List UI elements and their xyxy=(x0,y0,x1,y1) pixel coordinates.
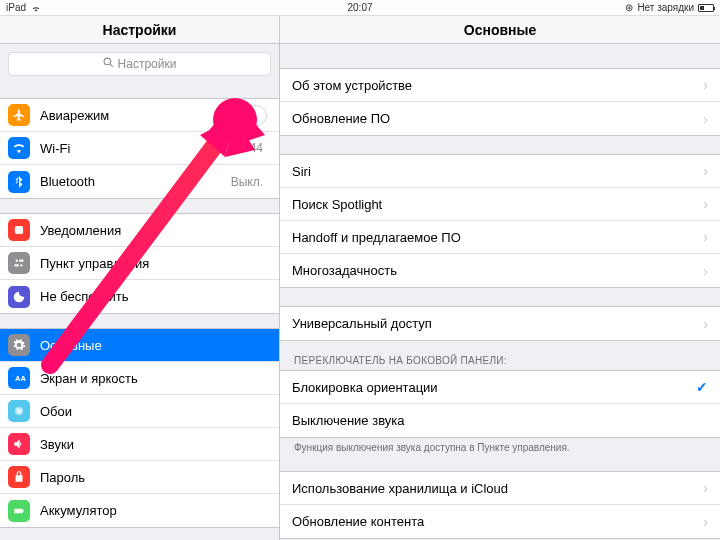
svg-text:AA: AA xyxy=(15,374,26,383)
sidebar-item-label: Звуки xyxy=(40,437,267,452)
svg-rect-6 xyxy=(14,264,19,266)
sidebar-item-label: Bluetooth xyxy=(40,174,231,189)
sidebar-group-alerts: Уведомления Пункт управления Не беспокои… xyxy=(0,213,279,314)
detail-item-storage[interactable]: Использование хранилища и iCloud› xyxy=(280,472,720,505)
chevron-right-icon: › xyxy=(703,229,708,245)
detail-item-multitasking[interactable]: Многозадачность› xyxy=(280,254,720,287)
sidebar-group-connectivity: Авиарежим Wi-Fi b444 Bluetooth Выкл. xyxy=(0,98,279,199)
detail-item-siri[interactable]: Siri› xyxy=(280,155,720,188)
wifi-icon xyxy=(31,4,41,12)
svg-point-9 xyxy=(17,409,21,413)
detail-group-storage: Использование хранилища и iCloud› Обновл… xyxy=(280,471,720,539)
title-bar: Настройки Основные xyxy=(0,16,720,44)
svg-rect-2 xyxy=(15,226,23,234)
airplane-icon xyxy=(8,104,30,126)
chevron-right-icon: › xyxy=(703,163,708,179)
sidebar-title: Настройки xyxy=(0,16,280,43)
status-bar: iPad 20:07 ⊛ Нет зарядки xyxy=(0,0,720,16)
sidebar-item-label: Не беспокоить xyxy=(40,289,267,304)
bluetooth-icon xyxy=(8,171,30,193)
sidebar-item-label: Wi-Fi xyxy=(40,141,236,156)
battery-settings-icon xyxy=(8,500,30,522)
checkmark-icon: ✓ xyxy=(696,379,708,395)
clock: 20:07 xyxy=(347,2,372,13)
charge-label: Нет зарядки xyxy=(637,2,694,13)
svg-rect-11 xyxy=(23,509,24,511)
detail-group-features: Siri› Поиск Spotlight› Handoff и предлаг… xyxy=(280,154,720,288)
detail-group-accessibility: Универсальный доступ› xyxy=(280,306,720,341)
battery-icon xyxy=(698,4,714,12)
search-placeholder: Настройки xyxy=(118,57,177,71)
notifications-icon xyxy=(8,219,30,241)
airplane-toggle[interactable] xyxy=(231,105,267,126)
sidebar-group-main: Основные AA Экран и яркость Обои Звуки П… xyxy=(0,328,279,528)
detail-group-side-switch: Блокировка ориентации✓ Выключение звука xyxy=(280,370,720,438)
lock-icon xyxy=(8,466,30,488)
bluetooth-value: Выкл. xyxy=(231,175,263,189)
sidebar-item-label: Авиарежим xyxy=(40,108,231,123)
svg-rect-4 xyxy=(19,260,24,262)
sidebar-item-notifications[interactable]: Уведомления xyxy=(0,214,279,247)
chevron-right-icon: › xyxy=(703,263,708,279)
detail-item-spotlight[interactable]: Поиск Spotlight› xyxy=(280,188,720,221)
chevron-right-icon: › xyxy=(703,77,708,93)
detail-item-software-update[interactable]: Обновление ПО› xyxy=(280,102,720,135)
wallpaper-icon xyxy=(8,400,30,422)
display-icon: AA xyxy=(8,367,30,389)
search-icon xyxy=(103,57,114,71)
section-footer-side-switch: Функция выключения звука доступна в Пунк… xyxy=(280,438,720,453)
wifi-value: b444 xyxy=(236,141,263,155)
detail-pane[interactable]: Об этом устройстве› Обновление ПО› Siri›… xyxy=(280,44,720,540)
moon-icon xyxy=(8,286,30,308)
search-input[interactable]: Настройки xyxy=(8,52,271,76)
charge-indicator-icon: ⊛ xyxy=(625,2,633,13)
chevron-right-icon: › xyxy=(703,196,708,212)
detail-title: Основные xyxy=(280,16,720,43)
sidebar-item-control-center[interactable]: Пункт управления xyxy=(0,247,279,280)
sidebar-item-label: Экран и яркость xyxy=(40,371,267,386)
control-center-icon xyxy=(8,252,30,274)
sidebar[interactable]: Настройки Авиарежим Wi-Fi b444 Bluetooth… xyxy=(0,44,280,540)
sidebar-item-battery[interactable]: Аккумулятор xyxy=(0,494,279,527)
detail-item-accessibility[interactable]: Универсальный доступ› xyxy=(280,307,720,340)
sidebar-item-dnd[interactable]: Не беспокоить xyxy=(0,280,279,313)
gear-icon xyxy=(8,334,30,356)
sidebar-item-display[interactable]: AA Экран и яркость xyxy=(0,362,279,395)
detail-item-background-refresh[interactable]: Обновление контента› xyxy=(280,505,720,538)
chevron-right-icon: › xyxy=(703,316,708,332)
section-header-side-switch: ПЕРЕКЛЮЧАТЕЛЬ НА БОКОВОЙ ПАНЕЛИ: xyxy=(280,341,720,370)
detail-item-lock-rotation[interactable]: Блокировка ориентации✓ xyxy=(280,371,720,404)
device-label: iPad xyxy=(6,2,26,13)
svg-point-3 xyxy=(16,260,18,262)
svg-point-5 xyxy=(20,264,22,266)
sidebar-item-sounds[interactable]: Звуки xyxy=(0,428,279,461)
sidebar-item-bluetooth[interactable]: Bluetooth Выкл. xyxy=(0,165,279,198)
sidebar-item-wallpaper[interactable]: Обои xyxy=(0,395,279,428)
sidebar-item-label: Пункт управления xyxy=(40,256,267,271)
sidebar-item-label: Уведомления xyxy=(40,223,267,238)
svg-line-1 xyxy=(110,64,113,67)
chevron-right-icon: › xyxy=(703,514,708,530)
sidebar-item-wifi[interactable]: Wi-Fi b444 xyxy=(0,132,279,165)
wifi-settings-icon xyxy=(8,137,30,159)
chevron-right-icon: › xyxy=(703,111,708,127)
sidebar-item-airplane[interactable]: Авиарежим xyxy=(0,99,279,132)
detail-group-about: Об этом устройстве› Обновление ПО› xyxy=(280,68,720,136)
sidebar-item-label: Аккумулятор xyxy=(40,503,267,518)
sound-icon xyxy=(8,433,30,455)
sidebar-item-general[interactable]: Основные xyxy=(0,329,279,362)
svg-point-0 xyxy=(104,58,111,65)
svg-rect-10 xyxy=(14,508,22,513)
sidebar-item-label: Обои xyxy=(40,404,267,419)
sidebar-item-label: Пароль xyxy=(40,470,267,485)
chevron-right-icon: › xyxy=(703,480,708,496)
detail-item-handoff[interactable]: Handoff и предлагаемое ПО› xyxy=(280,221,720,254)
detail-item-about[interactable]: Об этом устройстве› xyxy=(280,69,720,102)
detail-item-mute[interactable]: Выключение звука xyxy=(280,404,720,437)
sidebar-item-label: Основные xyxy=(40,338,267,353)
sidebar-item-passcode[interactable]: Пароль xyxy=(0,461,279,494)
